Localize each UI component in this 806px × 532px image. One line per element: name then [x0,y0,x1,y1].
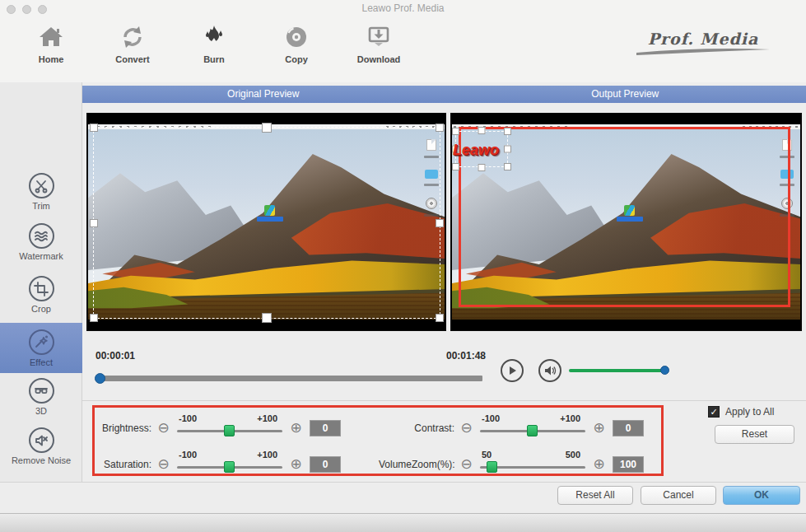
home-label: Home [39,54,64,64]
sidebar-item-watermark[interactable]: Watermark [0,223,82,261]
watermark-handle[interactable] [504,146,511,153]
saturation-decrease-button[interactable]: ⊖ [156,458,170,471]
brightness-increase-button[interactable]: ⊕ [289,422,303,435]
contrast-decrease-button[interactable]: ⊖ [459,422,473,435]
home-icon [37,23,65,51]
selection-handle[interactable] [436,124,444,132]
selection-handle[interactable] [262,123,272,133]
download-button[interactable]: Download [344,23,413,64]
crop-icon [29,276,54,301]
contrast-slider-thumb[interactable] [527,425,538,436]
copy-label: Copy [285,54,308,64]
copy-button[interactable]: Copy [262,23,331,64]
crop-label: Crop [31,304,51,314]
burn-label: Burn [203,54,225,64]
status-bar [0,513,806,532]
brand-logo: Prof. Media [633,30,773,56]
effect-icon [29,329,54,355]
selection-handle[interactable] [436,219,444,227]
cancel-button[interactable]: Cancel [641,486,716,505]
selection-handle[interactable] [262,313,272,323]
original-preview-title: Original Preview [82,86,445,103]
seek-bar[interactable] [96,376,482,381]
download-label: Download [357,54,401,64]
saturation-row: Saturation: ⊖ -100 +100 ⊕ 0 [94,455,341,474]
preview-header-bar: Original Preview Output Preview [82,86,806,103]
convert-button[interactable]: Convert [98,23,167,64]
contrast-max-label: +100 [560,413,580,423]
saturation-increase-button[interactable]: ⊕ [289,458,303,471]
saturation-min-label: -100 [179,450,197,460]
volume-slider[interactable] [569,369,665,372]
trim-icon [29,173,54,198]
saturation-slider-thumb[interactable] [224,461,235,473]
sidebar-item-effect[interactable]: Effect [0,323,82,373]
home-button[interactable]: Home [16,23,86,64]
volumezoom-value: 100 [613,456,644,473]
volumezoom-row: VolumeZoom(%): ⊖ 50 500 ⊕ 100 [379,455,644,474]
saturation-value: 0 [310,456,341,473]
watermark-text[interactable]: Leawo [453,142,499,159]
selection-handle[interactable] [90,219,98,227]
volume-thumb[interactable] [660,366,669,375]
brightness-label: Brightness: [94,422,151,434]
selection-handle[interactable] [90,124,98,132]
copy-disc-icon [282,23,310,51]
brightness-decrease-button[interactable]: ⊖ [156,422,170,435]
reset-all-button[interactable]: Reset All [557,486,633,505]
ok-button[interactable]: OK [723,486,800,505]
watermark-handle[interactable] [478,127,486,134]
contrast-min-label: -100 [482,413,500,423]
apply-to-all-checkbox[interactable]: ✓ [708,406,720,418]
volumezoom-increase-button[interactable]: ⊕ [592,458,606,471]
brightness-max-label: +100 [257,413,277,423]
volumezoom-max-label: 500 [566,450,580,460]
contrast-value: 0 [613,420,644,436]
watermark-handle[interactable] [452,128,459,135]
current-time: 00:00:01 [96,350,135,362]
volumezoom-slider-thumb[interactable] [487,461,497,473]
title-bar: Leawo Prof. Media [0,0,806,16]
convert-icon [119,23,147,51]
effects-panel: Brightness: ⊖ -100 +100 ⊕ 0 Contrast: ⊖ … [82,401,806,482]
watermark-handle[interactable] [504,128,511,135]
output-preview-pane[interactable]: Leawo [450,113,802,331]
play-button[interactable] [501,359,524,382]
convert-label: Convert [115,54,150,64]
play-icon [507,366,517,376]
contrast-increase-button[interactable]: ⊕ [592,422,606,435]
reset-button[interactable]: Reset [715,425,794,444]
volume-button[interactable] [538,359,561,382]
contrast-slider[interactable] [480,430,585,432]
volumezoom-decrease-button[interactable]: ⊖ [459,458,473,471]
volumezoom-min-label: 50 [482,450,492,460]
burn-icon [200,23,228,51]
speaker-icon [543,365,557,376]
brightness-row: Brightness: ⊖ -100 +100 ⊕ 0 [94,419,341,437]
sidebar-item-3d[interactable]: 3D [0,378,82,416]
watermark-handle[interactable] [452,163,459,170]
brand-text: Prof. Media [633,30,773,48]
window-title: Leawo Prof. Media [0,2,806,14]
burn-button[interactable]: Burn [179,23,249,64]
3d-label: 3D [35,406,47,416]
sidebar-item-remove-noise[interactable]: Remove Noise [0,427,82,465]
original-preview-pane[interactable] [86,113,446,331]
sidebar-item-trim[interactable]: Trim [0,173,82,211]
crop-selection-rect[interactable] [93,127,440,319]
watermark-handle[interactable] [478,164,486,171]
output-preview-title: Output Preview [445,86,806,103]
volumezoom-slider[interactable] [480,466,585,469]
brightness-slider-thumb[interactable] [224,425,235,436]
seek-thumb[interactable] [95,373,105,384]
trim-label: Trim [32,201,50,211]
apply-to-all-row: ✓ Apply to All [708,406,774,418]
selection-handle[interactable] [436,314,444,322]
brightness-slider[interactable] [177,430,282,432]
volumezoom-label: VolumeZoom(%): [379,459,454,470]
sidebar-item-crop[interactable]: Crop [0,276,82,314]
selection-handle[interactable] [90,314,98,322]
saturation-slider[interactable] [177,466,282,469]
contrast-row: Contrast: ⊖ -100 +100 ⊕ 0 [379,419,644,437]
watermark-handle[interactable] [504,163,511,170]
